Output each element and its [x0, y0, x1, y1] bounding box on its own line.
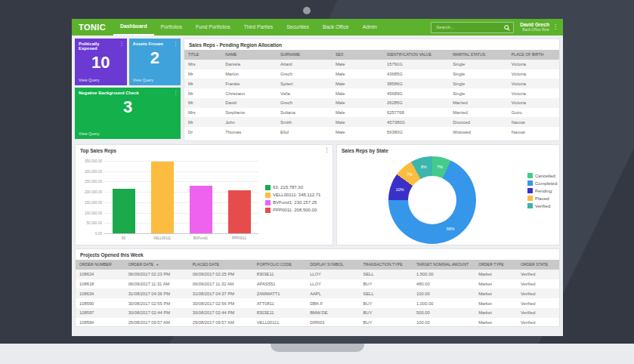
column-header[interactable]: PLACE OF BIRTH [508, 50, 559, 60]
kpi-card-assets-frozen[interactable]: Assets Frozen⋮2View Query [129, 39, 181, 85]
kpi-card-politically-exposed[interactable]: Politically Exposed⋮10View Query [75, 39, 127, 85]
view-query-link[interactable]: View Query [79, 131, 100, 136]
table-cell: 100.00 [413, 288, 475, 298]
nav-tab-third-parties[interactable]: Third Parties [237, 19, 280, 35]
table-row[interactable]: 10859425/08/2017 09:57 AM25/08/2017 09:5… [76, 318, 559, 327]
table-row[interactable]: MrDavidGrechMale26285GMarriedVictoria [184, 98, 559, 108]
table-cell: Market [475, 318, 517, 327]
table-cell: Victoria [508, 79, 559, 88]
dashboard-content: Politically Exposed⋮10View QueryAssets F… [72, 35, 563, 336]
bar-BVFund1 [190, 186, 212, 233]
kpi-title: Negative Background Check [79, 91, 177, 95]
kpi-value: 2 [133, 48, 178, 68]
column-header[interactable]: ORDER STATE [517, 260, 559, 270]
kebab-menu-icon[interactable]: ⋮ [173, 90, 178, 96]
table-cell: 1,000.00 [413, 298, 475, 308]
table-cell: SELL [360, 270, 413, 279]
table-row[interactable]: MrsStephanieSultanaMale6257768MarriedGoz… [184, 108, 559, 118]
table-row[interactable]: MrMarlonGrechMale43685GSingleVictoria [184, 69, 559, 79]
table-row[interactable]: MrChristiannVellaMale45689GSingleVictori… [184, 88, 559, 98]
table-cell: Verified [517, 298, 559, 308]
table-cell: 30/08/2017 02:56 PM [189, 298, 253, 308]
table-cell: Single [449, 69, 508, 79]
table-row[interactable]: 10862406/09/2017 02:23 PM06/09/2017 02:2… [76, 270, 559, 279]
column-header[interactable]: DISPLAY SYMBOL [306, 260, 359, 270]
slice-percent-label: 68% [447, 227, 455, 231]
y-tick-label: 250,000.00 [85, 180, 102, 184]
table-cell: Single [449, 60, 508, 69]
nav-tab-back-office[interactable]: Back Office [316, 19, 356, 35]
nav-tab-securities[interactable]: Securities [280, 19, 316, 35]
table-cell: 108594 [76, 318, 125, 327]
column-header[interactable]: NAME [221, 50, 277, 60]
nav-tab-fund-portfolios[interactable]: Fund Portfolios [189, 19, 237, 35]
table-cell: 480.00 [413, 279, 475, 289]
table-cell: John [221, 117, 277, 127]
search-input[interactable] [435, 24, 504, 30]
search-icon[interactable] [504, 20, 510, 34]
kpi-value: 3 [79, 97, 177, 117]
column-header[interactable]: ORDER TYPE [475, 260, 517, 270]
table-cell: Sultana [277, 108, 332, 118]
column-header[interactable]: TRANSACTION TYPE [360, 260, 413, 270]
kpi-value: 10 [79, 53, 123, 72]
table-cell: BMW.DE [306, 308, 359, 318]
legend-swatch [527, 203, 533, 208]
nav-tab-admin[interactable]: Admin [356, 19, 384, 35]
table-cell: Victoria [508, 88, 559, 98]
table-row[interactable]: 10863431/08/2017 04:36 PM31/08/2017 04:3… [76, 288, 559, 298]
table-row[interactable]: MrJohnSmithMale457380GDivorcedNaxxar [184, 117, 559, 127]
table-row[interactable]: DrThomasEllulMale56380GWidowedNaxxar [184, 127, 559, 137]
column-header[interactable]: IDENTIFICATION VALUE [383, 50, 449, 60]
table-cell: 108618 [76, 279, 125, 289]
table-header-row: TITLENAMESURNAMESEXIDENTIFICATION VALUEM… [184, 50, 559, 60]
column-header[interactable]: TARGET NOMINAL AMOUNT [413, 260, 475, 270]
projects-table: ORDER NUMBERORDER DATE▼PLACED DATEPORTFO… [76, 260, 559, 327]
column-header[interactable]: SURNAME [277, 50, 332, 60]
column-header[interactable]: ORDER DATE▼ [125, 260, 189, 270]
column-header[interactable]: PORTFOLIO CODE [253, 260, 306, 270]
kebab-menu-icon[interactable]: ⋮ [173, 41, 178, 47]
search-box[interactable] [431, 22, 514, 33]
table-cell: Mr [184, 117, 221, 127]
view-query-link[interactable]: View Query [133, 78, 154, 82]
column-header[interactable]: SEX [332, 50, 383, 60]
column-header[interactable]: ORDER NUMBER [76, 260, 125, 270]
table-body: MrsDanielaAttardMale15791GSingleVictoria… [184, 60, 559, 137]
table-cell: 43685G [383, 69, 449, 79]
legend-label: BVFund1: 230,157.25 [273, 200, 317, 205]
table-cell: Married [449, 98, 508, 108]
table-cell: Gozo [508, 108, 559, 118]
table-cell: Single [449, 79, 508, 88]
table-cell: BUY [360, 318, 413, 327]
column-header[interactable]: MARITAL STATUS [449, 50, 508, 60]
table-row[interactable]: MrsDanielaAttardMale15791GSingleVictoria [184, 60, 559, 69]
table-row[interactable]: 10859030/08/2017 02:55 PM30/08/2017 02:5… [76, 298, 559, 308]
nav-tab-portfolios[interactable]: Portfolios [154, 19, 189, 35]
table-cell: 6257768 [383, 108, 449, 118]
table-cell: 56380G [383, 127, 449, 137]
bar-chart-legend: 63: 215,787.30VELL00111: 345,112.71BVFun… [265, 183, 320, 215]
kebab-menu-icon[interactable]: ⋮ [119, 41, 125, 47]
kebab-menu-icon[interactable]: ⋮ [324, 147, 329, 153]
kpi-card-negative-background-check[interactable]: Negative Background Check⋮3View Query [75, 88, 181, 139]
user-menu[interactable]: David Grech Back Office Role ⋮ [514, 19, 563, 35]
column-header[interactable]: TITLE [184, 50, 221, 60]
legend-label: Cancelled: [535, 174, 556, 178]
bar-chart-title: Top Sales Reps ⋮ [76, 145, 332, 156]
kebab-menu-icon[interactable]: ⋮ [552, 24, 558, 30]
tonic-logo: TONIC [72, 19, 113, 35]
charts-row: Top Sales Reps ⋮ 350,000.00300,000.00250… [75, 144, 560, 245]
table-cell: Dr [184, 127, 221, 137]
table-row[interactable]: MrFrankieSpiteriMale38586GSingleVictoria [184, 79, 559, 88]
table-cell: Victoria [508, 60, 559, 69]
table-cell: Grech [277, 69, 332, 79]
column-header[interactable]: PLACED DATE [189, 260, 253, 270]
table-cell: Male [332, 69, 383, 79]
nav-tab-dashboard[interactable]: Dashboard [113, 19, 154, 35]
user-info: David Grech Back Office Role [520, 22, 549, 32]
table-row[interactable]: 10859730/08/2017 02:44 PM30/08/2017 02:4… [76, 308, 559, 318]
table-row[interactable]: 10861806/09/2017 11:31 AM06/09/2017 11:3… [76, 279, 559, 289]
view-query-link[interactable]: View Query [79, 78, 100, 82]
table-cell: BUY [360, 279, 413, 289]
